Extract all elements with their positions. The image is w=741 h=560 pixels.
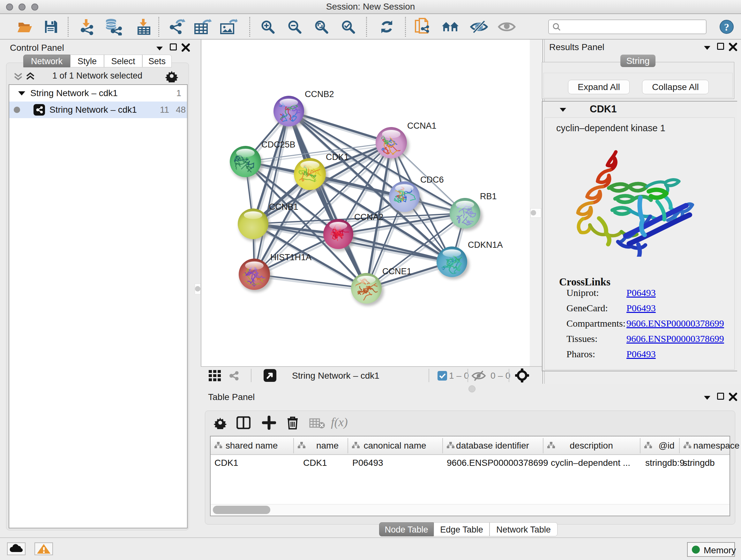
svg-text:CDK1: CDK1 bbox=[326, 152, 349, 162]
svg-text:RB1: RB1 bbox=[480, 192, 497, 201]
svg-text:CDKN1A: CDKN1A bbox=[468, 240, 503, 250]
svg-text:CDC25B: CDC25B bbox=[261, 140, 295, 149]
svg-text:CCNA2: CCNA2 bbox=[354, 212, 384, 222]
svg-text:CCNE1: CCNE1 bbox=[382, 266, 412, 276]
svg-text:CCNB2: CCNB2 bbox=[305, 89, 334, 99]
svg-text:CCNB1: CCNB1 bbox=[269, 202, 298, 212]
svg-text:CDC6: CDC6 bbox=[420, 175, 444, 185]
svg-text:CCNA1: CCNA1 bbox=[407, 121, 436, 131]
svg-text:HIST1H1A: HIST1H1A bbox=[270, 253, 312, 262]
